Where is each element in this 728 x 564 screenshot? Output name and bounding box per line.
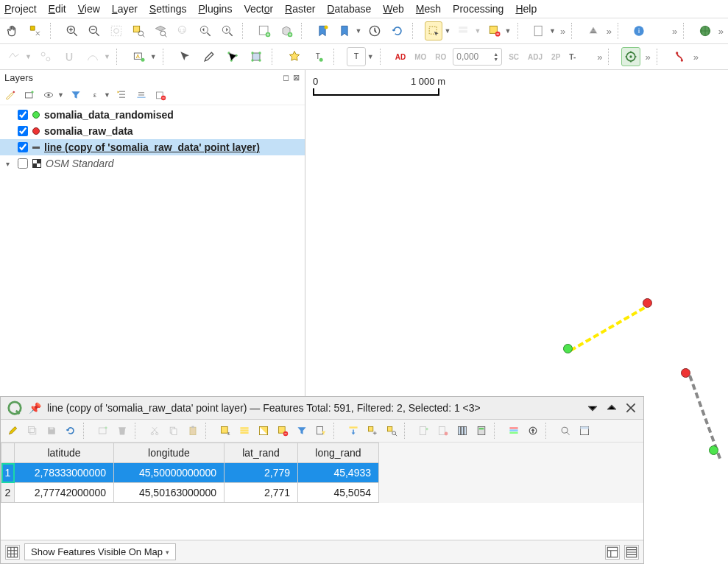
zoom-next-icon[interactable] <box>219 21 236 40</box>
new-field-icon[interactable] <box>416 423 432 439</box>
attribute-table-titlebar[interactable]: 📌 line (copy of 'somalia_raw_data' point… <box>1 397 643 420</box>
expand-tri-icon[interactable]: ▾ <box>6 160 13 168</box>
badge-adj[interactable]: ADJ <box>526 52 545 63</box>
zoom-selection-icon[interactable] <box>130 21 147 40</box>
panel-close-icon[interactable]: ⊠ <box>293 73 300 82</box>
invert-selection-icon[interactable] <box>255 423 272 439</box>
zoom-full-icon[interactable] <box>107 21 125 40</box>
zoom-layer-icon[interactable] <box>152 21 169 40</box>
add-polygon-icon[interactable] <box>247 47 266 66</box>
collapse-all-icon[interactable] <box>134 88 149 102</box>
deselect-icon[interactable] <box>485 21 503 40</box>
toggle-editing-icon[interactable] <box>199 47 219 66</box>
new-map-icon[interactable] <box>255 21 272 40</box>
plugin-icon[interactable] <box>670 47 689 66</box>
toggle-edit-icon[interactable] <box>5 423 21 439</box>
menu-help[interactable]: Help <box>515 3 537 15</box>
temporal-icon[interactable] <box>366 21 384 40</box>
label-move-icon[interactable]: A <box>130 47 149 66</box>
column-header[interactable]: lat_rand <box>225 443 298 463</box>
menu-plugins[interactable]: Plugins <box>198 3 232 15</box>
attribute-table[interactable]: latitude longitude lat_rand long_rand 1 … <box>1 443 379 503</box>
identify-icon[interactable]: i <box>630 21 648 40</box>
dock-icon[interactable] <box>576 423 593 439</box>
form-view-icon[interactable] <box>605 545 620 560</box>
badge-ad[interactable]: AD <box>393 52 408 63</box>
filter-expression-icon[interactable]: ε <box>88 88 102 102</box>
layer-row[interactable]: line (copy of 'somalia_raw_data' point l… <box>0 139 305 155</box>
processing-toolbox-icon[interactable] <box>621 47 640 66</box>
add-favorite-icon[interactable] <box>285 47 304 66</box>
badge-ro[interactable]: RO <box>433 52 448 63</box>
new-bookmark-icon[interactable] <box>314 21 331 40</box>
no-projection-icon[interactable] <box>696 21 714 40</box>
column-header[interactable]: latitude <box>15 443 114 463</box>
field-calculator-icon[interactable] <box>473 423 490 439</box>
panel-float-icon[interactable]: ◻ <box>283 73 290 82</box>
select-by-value-icon[interactable] <box>455 21 473 40</box>
zoom-map-icon[interactable] <box>557 423 573 439</box>
deselect-dropdown[interactable]: ▼ <box>505 27 512 35</box>
text-tool-icon[interactable]: T <box>347 47 366 66</box>
layer-visibility-checkbox[interactable] <box>18 158 28 169</box>
manage-themes-icon[interactable] <box>41 88 56 102</box>
window-close-icon[interactable] <box>624 401 637 415</box>
reload-icon[interactable] <box>63 423 79 439</box>
new-3d-icon[interactable] <box>278 21 295 40</box>
badge-sc[interactable]: SC <box>506 52 521 63</box>
trace-icon[interactable] <box>83 47 102 66</box>
cut-icon[interactable] <box>146 423 163 439</box>
menu-layer[interactable]: Layer <box>112 3 138 15</box>
add-group-icon[interactable] <box>22 88 37 102</box>
layer-row[interactable]: ▾ OSM Standard <box>0 155 305 172</box>
add-feature-icon[interactable] <box>95 423 111 439</box>
select-features-icon[interactable] <box>425 21 442 40</box>
window-minimize-icon[interactable] <box>586 401 599 415</box>
table-view-icon[interactable] <box>5 545 20 560</box>
layer-visibility-checkbox[interactable] <box>18 110 28 120</box>
refresh-icon[interactable] <box>389 21 406 40</box>
pan-to-selection-icon[interactable] <box>26 21 44 40</box>
save-edits-icon[interactable] <box>43 423 60 439</box>
select-dropdown[interactable]: ▼ <box>444 27 450 35</box>
label-toolbar-icon[interactable] <box>584 21 602 40</box>
deselect-all-icon[interactable] <box>275 423 291 439</box>
layer-row[interactable]: somalia_data_randomised <box>0 107 305 123</box>
menu-view[interactable]: View <box>78 3 100 15</box>
select-expr-icon[interactable]: ε <box>217 423 233 439</box>
delete-field-icon[interactable] <box>435 423 451 439</box>
zoom-out-icon[interactable] <box>85 21 103 40</box>
style-manager-icon[interactable] <box>3 88 18 102</box>
multiedit-icon[interactable] <box>24 423 40 439</box>
remove-layer-icon[interactable] <box>153 88 168 102</box>
layer-visibility-checkbox[interactable] <box>18 142 28 152</box>
pan-to-selected-icon[interactable] <box>364 423 381 439</box>
zoom-native-icon[interactable]: 1:1 <box>174 21 192 40</box>
add-line-icon[interactable] <box>223 47 242 66</box>
menu-settings[interactable]: Settings <box>149 3 187 15</box>
table-row[interactable]: 1 2,78333000000 45,50000000000 2,779 45,… <box>1 463 379 483</box>
layer-row[interactable]: somalia_raw_data <box>0 123 305 139</box>
select-all-icon[interactable] <box>236 423 252 439</box>
topo-editing-icon[interactable] <box>36 47 55 66</box>
menu-edit[interactable]: Edit <box>49 3 66 15</box>
column-header[interactable]: long_rand <box>298 443 379 463</box>
badge-t[interactable]: T- <box>567 52 578 63</box>
allow-intersections-icon[interactable] <box>4 47 24 66</box>
feature-filter-combo[interactable]: Show Features Visible On Map ▾ <box>24 543 176 560</box>
menu-raster[interactable]: Raster <box>285 3 315 15</box>
badge-mo[interactable]: MO <box>412 52 428 63</box>
menu-database[interactable]: Database <box>327 3 371 15</box>
table-view-toggle-icon[interactable] <box>624 545 639 560</box>
zoom-to-selected-icon[interactable] <box>384 423 400 439</box>
filter-selection-icon[interactable] <box>294 423 310 439</box>
filter-legend-icon[interactable] <box>68 88 83 102</box>
coord-spinbox[interactable]: ▲▼ <box>453 48 502 66</box>
new-layout-icon[interactable] <box>530 21 548 40</box>
column-header[interactable]: longitude <box>114 443 225 463</box>
menu-project[interactable]: Project <box>4 3 37 15</box>
menu-processing[interactable]: Processing <box>453 3 503 15</box>
window-maximize-icon[interactable] <box>605 401 618 415</box>
delete-selected-icon[interactable] <box>114 423 130 439</box>
current-edits-icon[interactable] <box>176 47 195 66</box>
